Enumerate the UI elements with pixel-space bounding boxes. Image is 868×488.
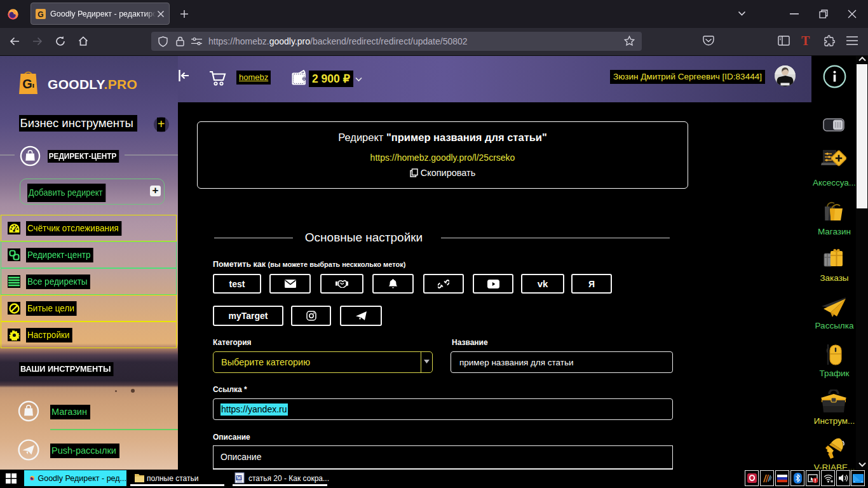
svg-text:G: G — [22, 77, 32, 91]
svg-text:vk: vk — [538, 280, 548, 288]
svg-text:G: G — [37, 10, 43, 19]
svg-text:W: W — [236, 475, 241, 481]
